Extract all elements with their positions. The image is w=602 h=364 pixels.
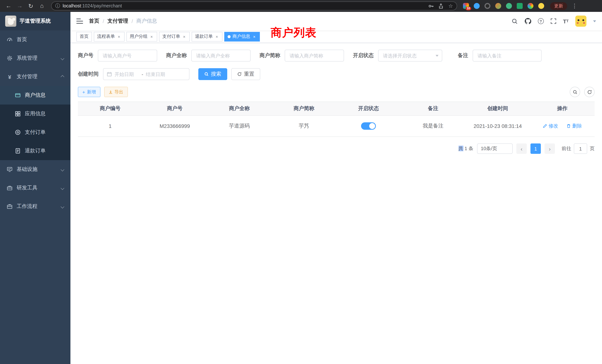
browser-reload-icon[interactable]: ↻ [26, 1, 36, 11]
col-header-create-time: 创建时间 [465, 102, 530, 116]
sidebar-item-payment[interactable]: ¥ 支付管理 [0, 67, 70, 86]
filter-remark: 备注 [458, 50, 542, 62]
tag-user-group[interactable]: 用户分组× [126, 32, 157, 41]
export-button[interactable]: 导出 [104, 87, 128, 97]
tag-merchant-info[interactable]: 商户信息× [224, 32, 260, 41]
extension-avatar-icon[interactable] [495, 3, 501, 9]
page-number-button[interactable]: 1 [530, 143, 541, 154]
close-icon[interactable]: × [117, 34, 121, 39]
search-button-label: 搜索 [211, 71, 221, 77]
browser-update-button[interactable]: 更新 [550, 2, 567, 10]
avatar[interactable] [575, 16, 586, 27]
merchant-no-input[interactable] [98, 50, 157, 62]
full-name-input[interactable] [191, 50, 251, 62]
font-size-icon[interactable]: TT [563, 18, 569, 24]
sidebar-item-system[interactable]: 系统管理 [0, 49, 70, 67]
sidebar-item-home[interactable]: 首页 [0, 30, 70, 49]
extension-drop-icon[interactable] [474, 3, 480, 9]
end-date-input[interactable] [146, 71, 170, 77]
password-key-icon[interactable] [428, 3, 434, 9]
toggle-search-button[interactable] [570, 87, 580, 97]
sidebar-item-label: 系统管理 [17, 55, 57, 62]
status-select[interactable] [378, 50, 442, 62]
remark-input[interactable] [473, 50, 542, 62]
breadcrumb-payment[interactable]: 支付管理 [108, 18, 128, 24]
add-button-label: 新增 [87, 89, 96, 95]
date-range-picker[interactable]: - [103, 68, 189, 80]
share-icon[interactable] [438, 3, 444, 9]
active-dot [228, 35, 231, 38]
payment-submenu: 商户信息 应用信息 支付订单 退款订单 [0, 86, 70, 160]
sidebar-logo[interactable]: 芋道管理系统 [0, 12, 70, 30]
url-text[interactable]: localhost:1024/pay/merchant [63, 3, 426, 9]
filter-short-name: 商户简称 [259, 50, 344, 62]
extension-dark-circle-icon[interactable] [484, 3, 490, 9]
extension-emoji-icon[interactable] [538, 3, 544, 9]
sidebar-toggle-icon[interactable] [76, 19, 83, 24]
refresh-table-button[interactable] [584, 87, 595, 97]
page-size-select[interactable]: 10条/页 [477, 143, 513, 154]
next-page-button[interactable]: › [545, 143, 555, 154]
calendar-icon [107, 72, 112, 77]
browser-back-icon[interactable]: ← [4, 1, 13, 11]
extension-grid-icon[interactable]: 10 [463, 3, 469, 9]
breadcrumb: 首页 / 支付管理 / 商户信息 [89, 18, 157, 24]
edit-link[interactable]: 修改 [543, 123, 558, 129]
goto-page-input[interactable] [574, 143, 587, 154]
dashboard-icon [7, 37, 13, 43]
browser-forward-icon[interactable]: → [15, 1, 24, 11]
browser-menu-icon[interactable]: ⋮ [572, 3, 578, 9]
sidebar-item-merchant-info[interactable]: 商户信息 [0, 86, 70, 105]
browser-home-icon[interactable]: ⌂ [37, 1, 47, 11]
tag-label: 商户信息 [232, 33, 250, 40]
bookmark-star-icon[interactable]: ☆ [448, 3, 453, 9]
close-icon[interactable]: × [182, 34, 186, 39]
sidebar-item-app-info[interactable]: 应用信息 [0, 105, 70, 123]
refresh-icon [587, 89, 592, 94]
extension-vue-icon[interactable] [506, 3, 512, 9]
sidebar-item-refund-order[interactable]: 退款订单 [0, 142, 70, 160]
sidebar-item-workflow[interactable]: 工作流程 [0, 197, 70, 216]
tag-process-form[interactable]: 流程表单× [94, 32, 125, 41]
sidebar: 芋道管理系统 首页 系统管理 ¥ 支付管理 [0, 12, 70, 364]
refresh-icon [237, 72, 242, 76]
tag-pay-order[interactable]: 支付订单× [159, 32, 190, 41]
address-bar[interactable]: ⓘ localhost:1024/pay/merchant ☆ [51, 1, 457, 10]
close-icon[interactable]: × [252, 34, 257, 39]
url-host: localhost [63, 3, 81, 9]
filter-status: 开启状态 [353, 50, 442, 62]
status-toggle[interactable] [361, 122, 376, 130]
breadcrumb-home[interactable]: 首页 [89, 18, 99, 24]
tag-home[interactable]: 首页 [76, 32, 92, 41]
plus-icon: + [82, 89, 85, 94]
close-icon[interactable]: × [215, 34, 219, 39]
extensions-strip: 10 [463, 3, 544, 9]
sidebar-item-pay-order[interactable]: 支付订单 [0, 123, 70, 142]
search-icon[interactable] [511, 18, 518, 24]
site-info-icon[interactable]: ⓘ [55, 3, 60, 9]
close-icon[interactable]: × [149, 34, 154, 39]
fullscreen-icon[interactable] [550, 18, 556, 24]
sidebar-item-dev-tools[interactable]: 研发工具 [0, 179, 70, 197]
tag-label: 用户分组 [130, 33, 148, 40]
sidebar-item-infrastructure[interactable]: 基础设施 [0, 160, 70, 179]
sidebar-item-label: 应用信息 [25, 110, 46, 117]
tag-refund-order[interactable]: 退款订单× [192, 32, 222, 41]
reset-button[interactable]: 重置 [231, 68, 260, 80]
filter-label: 开启状态 [353, 52, 374, 59]
card-icon [15, 92, 21, 98]
github-icon[interactable] [524, 18, 531, 24]
sidebar-item-label: 首页 [17, 36, 65, 43]
extension-green-square-icon[interactable] [517, 3, 523, 9]
start-date-input[interactable] [115, 71, 139, 77]
avatar-caret-icon[interactable] [593, 20, 596, 22]
short-name-input[interactable] [285, 50, 344, 62]
add-button[interactable]: + 新增 [78, 87, 100, 97]
sidebar-item-label: 工作流程 [17, 203, 57, 210]
filter-row-2: 创建时间 - 搜索 重置 [78, 68, 595, 80]
delete-link[interactable]: 删除 [566, 123, 582, 129]
search-button[interactable]: 搜索 [198, 68, 227, 80]
prev-page-button[interactable]: ‹ [516, 143, 527, 154]
help-icon[interactable]: ? [538, 18, 544, 24]
extension-pinwheel-icon[interactable] [527, 3, 533, 9]
